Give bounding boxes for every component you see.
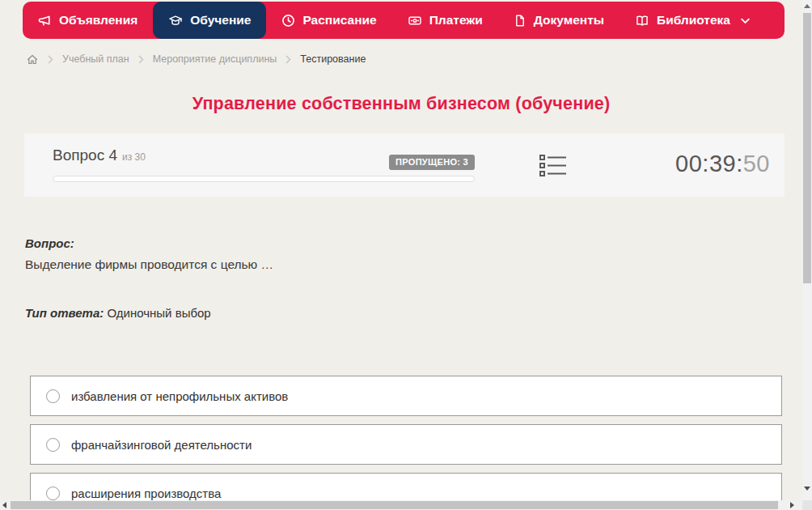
timer-seconds: 50 bbox=[743, 151, 770, 176]
answer-option-2[interactable]: франчайзинговой деятельности bbox=[30, 424, 782, 465]
answer-type-value: Одиночный выбор bbox=[107, 306, 210, 320]
timer-elapsed: 00:39: bbox=[675, 151, 743, 176]
breadcrumb: Учебный план Мероприятие дисциплины Тест… bbox=[26, 52, 366, 66]
scroll-up-arrow[interactable] bbox=[804, 4, 810, 8]
answer-option-label: франчайзинговой деятельности bbox=[71, 438, 252, 452]
nav-item-label: Объявления bbox=[59, 13, 137, 28]
scroll-down-arrow[interactable] bbox=[804, 487, 810, 491]
clock-icon bbox=[281, 14, 295, 28]
nav-item-learning[interactable]: Обучение bbox=[153, 2, 266, 39]
radio-button[interactable] bbox=[46, 438, 60, 452]
nav-item-payments[interactable]: Платежи bbox=[392, 2, 498, 39]
document-icon bbox=[514, 14, 527, 28]
radio-button[interactable] bbox=[46, 389, 60, 403]
banknote-icon bbox=[408, 14, 422, 28]
breadcrumb-item-discipline-event[interactable]: Мероприятие дисциплины bbox=[153, 53, 277, 65]
question-counter: Вопрос 4из 30 bbox=[53, 147, 146, 164]
horizontal-scrollbar[interactable] bbox=[0, 500, 802, 510]
breadcrumb-separator-icon bbox=[138, 55, 144, 64]
nav-item-documents[interactable]: Документы bbox=[498, 2, 620, 39]
answer-options: избавления от непрофильных активов франч… bbox=[30, 376, 782, 510]
question-list-button[interactable] bbox=[539, 155, 567, 180]
nav-item-announcements[interactable]: Объявления bbox=[23, 2, 153, 39]
scroll-left-arrow[interactable] bbox=[2, 502, 6, 508]
question-heading: Вопрос: bbox=[25, 236, 74, 250]
breadcrumb-separator-icon bbox=[285, 55, 291, 64]
nav-item-label: Обучение bbox=[190, 13, 251, 28]
answer-option-label: расширения производства bbox=[71, 487, 221, 500]
nav-item-library[interactable]: Библиотека bbox=[620, 2, 765, 39]
nav-item-label: Расписание bbox=[302, 13, 376, 28]
book-icon bbox=[635, 14, 649, 28]
nav-item-label: Документы bbox=[534, 13, 604, 28]
chevron-down-icon bbox=[741, 18, 750, 24]
breadcrumb-item-testing: Тестирование bbox=[300, 53, 366, 65]
nav-item-schedule[interactable]: Расписание bbox=[266, 2, 391, 39]
horizontal-scrollbar-thumb[interactable] bbox=[11, 501, 778, 509]
question-progress-block: Вопрос 4из 30 ПРОПУЩЕНО: 3 bbox=[53, 134, 475, 197]
graduation-cap-icon bbox=[168, 14, 183, 28]
question-header-panel: Вопрос 4из 30 ПРОПУЩЕНО: 3 00:39:50 bbox=[24, 134, 785, 197]
question-progress-bar bbox=[53, 176, 475, 182]
question-of-total: из 30 bbox=[122, 151, 146, 163]
answer-option-1[interactable]: избавления от непрофильных активов bbox=[30, 376, 782, 416]
nav-item-label: Библиотека bbox=[657, 13, 730, 28]
question-text: Выделение фирмы проводится с целью … bbox=[25, 257, 273, 272]
breadcrumb-separator-icon bbox=[48, 55, 53, 64]
answer-option-label: избавления от непрофильных активов bbox=[71, 389, 288, 403]
skipped-badge: ПРОПУЩЕНО: 3 bbox=[389, 155, 475, 170]
vertical-scrollbar[interactable] bbox=[802, 0, 812, 500]
scrollbar-corner bbox=[802, 500, 812, 510]
scroll-right-arrow[interactable] bbox=[790, 502, 794, 508]
answer-type-line: Тип ответа: Одиночный выбор bbox=[25, 306, 211, 320]
answer-type-label: Тип ответа: bbox=[25, 306, 104, 320]
home-icon[interactable] bbox=[26, 53, 39, 66]
breadcrumb-item-curriculum[interactable]: Учебный план bbox=[62, 53, 129, 65]
countdown-timer: 00:39:50 bbox=[675, 151, 770, 177]
question-number: Вопрос 4 bbox=[53, 147, 117, 164]
radio-button[interactable] bbox=[46, 487, 60, 500]
page-title: Управление собственным бизнесом (обучени… bbox=[0, 94, 802, 114]
main-navbar: Объявления Обучение Расписание Платежи Д… bbox=[23, 2, 785, 39]
list-icon bbox=[539, 155, 567, 176]
nav-item-label: Платежи bbox=[429, 13, 483, 28]
megaphone-icon bbox=[38, 14, 52, 28]
vertical-scrollbar-thumb[interactable] bbox=[803, 13, 811, 283]
